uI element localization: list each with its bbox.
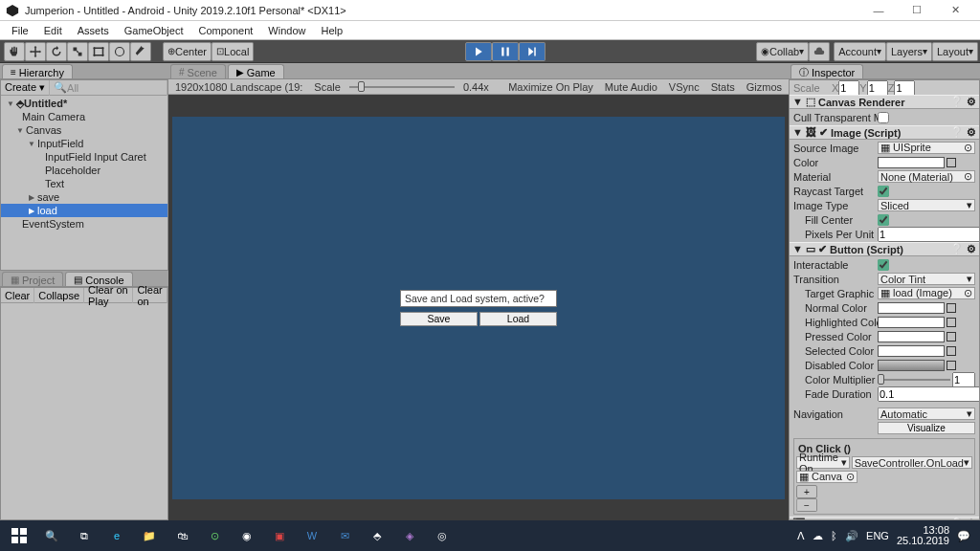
hierarchy-item[interactable]: EventSystem <box>1 217 167 231</box>
console-clear-button[interactable]: Clear <box>1 288 34 303</box>
fill-center-checkbox[interactable] <box>878 214 889 226</box>
hand-tool-icon[interactable] <box>4 42 25 61</box>
hierarchy-item-selected[interactable]: ▶load <box>1 204 167 217</box>
hierarchy-item[interactable]: InputField Input Caret <box>1 150 167 164</box>
layout-dropdown[interactable]: Layout ▾ <box>932 42 978 61</box>
collab-button[interactable]: ◉ Collab ▾ <box>756 42 809 61</box>
tray-onedrive-icon[interactable]: ☁ <box>813 530 823 542</box>
movies-icon[interactable]: ▣ <box>264 520 295 551</box>
target-graphic-field[interactable]: ▦ load (Image)⊙ <box>878 287 975 299</box>
disabled-color-swatch[interactable] <box>878 360 945 371</box>
picker-icon[interactable] <box>947 318 956 327</box>
source-image-field[interactable]: ▦ UISprite⊙ <box>878 142 975 154</box>
tray-clock[interactable]: 13:08 25.10.2019 <box>897 525 949 546</box>
hierarchy-item[interactable]: Main Camera <box>1 110 167 123</box>
menu-assets[interactable]: Assets <box>70 23 117 38</box>
rotate-tool-icon[interactable] <box>46 42 67 61</box>
play-button[interactable] <box>465 42 492 61</box>
menu-file[interactable]: File <box>4 23 36 38</box>
start-button[interactable] <box>4 520 34 551</box>
hierarchy-tree[interactable]: ▼⬘ Untitled* Main Camera ▼Canvas ▼InputF… <box>1 96 167 270</box>
picker-icon[interactable] <box>947 346 956 356</box>
menu-gameobject[interactable]: GameObject <box>117 23 191 38</box>
material-field[interactable]: None (Material)⊙ <box>878 170 975 183</box>
scene-tab[interactable]: # Scene <box>170 64 226 78</box>
pivot-center-button[interactable]: ⊕ Center <box>163 42 212 61</box>
tray-bluetooth-icon[interactable]: ᛒ <box>831 530 837 541</box>
onclick-add-button[interactable]: + <box>796 485 817 498</box>
onclick-remove-button[interactable]: − <box>796 498 817 512</box>
menu-component[interactable]: Component <box>190 23 260 38</box>
layers-dropdown[interactable]: Layers ▾ <box>886 42 932 61</box>
transform-tool-icon[interactable] <box>109 42 130 61</box>
account-dropdown[interactable]: Account ▾ <box>834 42 886 61</box>
menu-help[interactable]: Help <box>313 23 350 38</box>
game-save-button[interactable]: Save <box>400 312 478 326</box>
fade-field[interactable] <box>878 386 980 402</box>
cloud-button[interactable] <box>809 42 830 61</box>
unity-hub-icon[interactable]: ⬘ <box>362 520 392 551</box>
console-clear-on-play-button[interactable]: Clear on Play <box>84 288 133 303</box>
pressed-color-swatch[interactable] <box>878 331 945 342</box>
hierarchy-item[interactable]: ▶save <box>1 190 167 204</box>
picker-icon[interactable] <box>947 303 956 313</box>
color-mult-slider[interactable] <box>878 379 950 381</box>
normal-color-swatch[interactable] <box>878 302 945 314</box>
game-tab[interactable]: ▶ Game <box>228 64 284 78</box>
component-image-header[interactable]: ▼ 🖼 ✔ Image (Script) ❔ ⚙ <box>790 125 979 140</box>
transform-scale-y[interactable] <box>867 80 888 96</box>
task-view-icon[interactable]: ⧉ <box>69 520 100 551</box>
selected-color-swatch[interactable] <box>878 345 945 357</box>
transform-scale-x[interactable] <box>838 80 859 96</box>
mail-icon[interactable]: ✉ <box>329 520 360 551</box>
console-clear-on-build-button[interactable]: Clear on <box>133 288 167 303</box>
pivot-local-button[interactable]: ⊡ Local <box>212 42 254 61</box>
tray-notifications-icon[interactable]: 💬 <box>957 530 970 542</box>
navigation-dropdown[interactable]: Automatic▾ <box>878 408 975 420</box>
maximize-button[interactable]: ☐ <box>898 0 936 21</box>
tray-language[interactable]: ENG <box>866 530 889 541</box>
game-load-button[interactable]: Load <box>479 312 557 326</box>
word-icon[interactable]: W <box>297 520 327 551</box>
project-tab[interactable]: ▦ Project <box>2 272 63 286</box>
picker-icon[interactable] <box>947 332 956 342</box>
mute-audio-toggle[interactable]: Mute Audio <box>602 81 660 93</box>
image-color-swatch[interactable] <box>878 157 945 168</box>
hierarchy-item[interactable]: Text <box>1 177 167 190</box>
close-button[interactable]: ✕ <box>936 0 974 21</box>
inspector-tab[interactable]: ⓘ Inspector <box>791 64 863 78</box>
onclick-handler-dropdown[interactable]: SaveController.OnLoad▾ <box>852 456 972 469</box>
pause-button[interactable] <box>492 42 519 61</box>
menu-window[interactable]: Window <box>260 23 313 38</box>
explorer-icon[interactable]: 📁 <box>134 520 165 551</box>
visual-studio-icon[interactable]: ◈ <box>394 520 425 551</box>
move-tool-icon[interactable] <box>25 42 46 61</box>
custom-tool-icon[interactable] <box>130 42 151 61</box>
cull-checkbox[interactable] <box>878 112 889 123</box>
visualize-button[interactable]: Visualize <box>878 422 975 434</box>
scale-tool-icon[interactable] <box>67 42 88 61</box>
maximize-on-play-toggle[interactable]: Maximize On Play <box>505 81 596 93</box>
game-input-field[interactable] <box>400 290 557 307</box>
color-picker-icon[interactable] <box>947 158 956 167</box>
onclick-runtime-dropdown[interactable]: Runtime On▾ <box>796 456 850 469</box>
hierarchy-item[interactable]: ▼Canvas <box>1 123 167 137</box>
menu-edit[interactable]: Edit <box>36 23 70 38</box>
console-collapse-button[interactable]: Collapse <box>34 288 84 303</box>
highlighted-color-swatch[interactable] <box>878 317 945 328</box>
chrome-icon[interactable]: ◉ <box>232 520 262 551</box>
image-type-dropdown[interactable]: Sliced▾ <box>878 199 975 211</box>
hierarchy-tab[interactable]: ≡ Hierarchy <box>2 64 73 78</box>
interactable-checkbox[interactable] <box>878 259 889 271</box>
picker-icon[interactable] <box>947 361 956 370</box>
vsync-toggle[interactable]: VSync <box>666 81 702 93</box>
store-icon[interactable]: 🛍 <box>167 520 197 551</box>
component-canvas-renderer-header[interactable]: ▼ ⬚ Canvas Renderer ❔ ⚙ <box>790 95 979 109</box>
game-resolution-dropdown[interactable]: 1920x1080 Landscape (19: <box>172 81 305 93</box>
hierarchy-search[interactable]: 🔍 All <box>50 80 167 96</box>
onclick-object-field[interactable]: ▦ Canva⊙ <box>796 471 858 483</box>
obs-icon[interactable]: ◎ <box>427 520 457 551</box>
search-icon[interactable]: 🔍 <box>36 520 67 551</box>
game-view[interactable]: Save Load <box>168 95 789 520</box>
hierarchy-create-dropdown[interactable]: Create ▾ <box>1 80 50 96</box>
